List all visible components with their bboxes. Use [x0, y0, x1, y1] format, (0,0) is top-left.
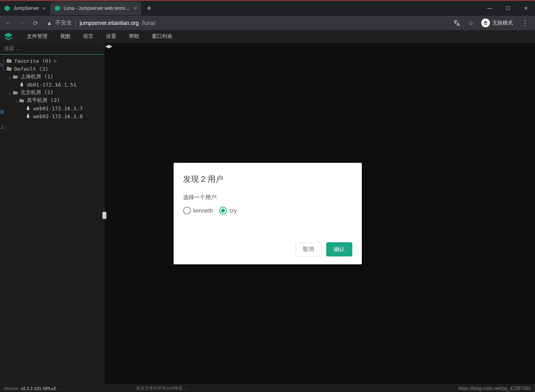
new-tab-button[interactable]: + — [142, 4, 156, 13]
tree-node[interactable]: ⌄上海机房 (1) — [0, 73, 104, 81]
tab-favicon-icon — [54, 5, 60, 11]
linux-icon — [25, 113, 32, 119]
version-prefix: Version — [4, 386, 19, 391]
url-path: /luna/ — [142, 20, 155, 26]
window-minimize-button[interactable]: — — [480, 2, 499, 15]
drag-handle-icon[interactable] — [102, 212, 106, 219]
close-icon[interactable]: × — [42, 5, 45, 11]
confirm-button[interactable]: 确认 — [326, 242, 352, 256]
tab-favicon-icon — [4, 5, 10, 11]
nav-forward-button[interactable]: → — [16, 17, 28, 29]
tree-node[interactable]: ⌄Default (3) — [0, 65, 104, 73]
tree-node[interactable]: web02-172.16.1.8 — [0, 112, 104, 120]
chevron-icon[interactable]: ⌄ — [8, 75, 13, 79]
status-bar: Version v2.2.2-101 GPLv2. 发送文本到所有ssh终端 .… — [0, 384, 535, 392]
insecure-warning-icon: ▲ — [47, 20, 52, 26]
search-input[interactable] — [4, 45, 100, 51]
menu-item-1[interactable]: 视图 — [54, 30, 77, 42]
security-label: 不安全 — [55, 19, 72, 26]
radio-label: cry — [229, 207, 237, 214]
linux-icon — [19, 82, 25, 87]
tab-title: Luna - Jumpserver web termin… — [64, 6, 131, 11]
radio-option-cry[interactable]: cry — [219, 207, 237, 215]
dialog-prompt: 选择一个用户: — [183, 194, 352, 201]
tree-node-label: Default (3) — [14, 66, 48, 72]
linux-icon — [25, 106, 32, 111]
chevron-icon[interactable]: ⌄ — [2, 67, 6, 71]
chevron-icon[interactable]: › — [2, 59, 6, 63]
tree-node-label: 上海机房 (1) — [21, 73, 53, 80]
folder-open-icon — [13, 74, 19, 79]
tree-node-label: 北京机房 (2) — [21, 89, 53, 96]
menu-item-2[interactable]: 语言 — [77, 30, 100, 42]
folder-open-icon — [13, 90, 19, 95]
radio-icon — [183, 207, 191, 215]
nav-reload-button[interactable]: ⟳ — [29, 17, 41, 29]
tree-node-label: favorite (0) — [14, 58, 51, 64]
browser-menu-button[interactable]: ⋮ — [518, 19, 533, 27]
url-host: jumpserver.etiantian.org — [80, 20, 139, 26]
tree-node[interactable]: db01-172.16.1.51 — [0, 81, 104, 89]
watermark-text: https://blog.csdn.net/qq_42267081 — [458, 386, 531, 391]
tree-node-label: web01-172.16.1.7 — [33, 106, 83, 111]
app-menubar: 文件管理视图语言设置帮助窗口列表 — [0, 30, 535, 43]
incognito-icon — [481, 19, 490, 27]
radio-icon — [219, 207, 227, 215]
radio-option-kenneth[interactable]: kenneth — [183, 207, 213, 215]
menu-item-5[interactable]: 窗口列表 — [146, 30, 179, 42]
asset-tree: ›favorite (0)↻⌄Default (3)⌄上海机房 (1)db01-… — [0, 55, 104, 122]
folder-icon — [6, 58, 13, 64]
nav-back-button[interactable]: ← — [2, 17, 14, 29]
tree-node[interactable]: web01-172.16.1.7 — [0, 104, 104, 112]
user-select-dialog: 发现 2 用户 选择一个用户: kennethcry 取消 确认 — [174, 163, 362, 264]
browser-address-bar: ← → ⟳ ▲ 不安全 | jumpserver.etiantian.org/l… — [0, 16, 535, 30]
broadcast-input-hint[interactable]: 发送文本到所有ssh终端 ... — [136, 385, 187, 391]
menu-item-3[interactable]: 设置 — [100, 30, 123, 42]
bookmark-icon[interactable]: ☆ — [465, 17, 476, 28]
search-box — [0, 43, 104, 55]
window-close-button[interactable]: ✕ — [517, 2, 535, 15]
browser-tab-luna[interactable]: Luna - Jumpserver web termin… × — [50, 2, 141, 15]
sidebar: ›favorite (0)↻⌄Default (3)⌄上海机房 (1)db01-… — [0, 43, 104, 384]
translate-icon[interactable] — [451, 17, 462, 28]
tree-node-label: web02-172.16.1.8 — [33, 113, 83, 119]
folder-open-icon — [19, 98, 25, 103]
chevron-icon[interactable]: ⌄ — [14, 98, 19, 103]
incognito-chip[interactable]: 无痕模式 — [480, 19, 514, 27]
panel-collapse-handles[interactable]: ◀▶ — [105, 43, 112, 49]
refresh-icon[interactable]: ↻ — [54, 58, 57, 64]
radio-label: kenneth — [193, 207, 213, 214]
close-icon[interactable]: × — [134, 5, 137, 11]
browser-tab-jumpserver[interactable]: JumpServer × — [0, 2, 49, 15]
tree-node-label: 昌平机房 (2) — [27, 97, 60, 104]
user-radio-group: kennethcry — [183, 207, 352, 215]
chevron-icon[interactable]: ⌄ — [8, 90, 13, 95]
menu-item-0[interactable]: 文件管理 — [21, 30, 54, 42]
url-field[interactable]: ▲ 不安全 | jumpserver.etiantian.org/luna/ — [43, 19, 450, 26]
app-logo-icon[interactable] — [2, 30, 14, 42]
tree-node-label: db01-172.16.1.51 — [27, 82, 76, 88]
menu-item-4[interactable]: 帮助 — [123, 30, 146, 42]
browser-tabs-bar: JumpServer × Luna - Jumpserver web termi… — [0, 0, 535, 16]
tree-node[interactable]: ›favorite (0)↻ — [0, 57, 104, 65]
folder-icon — [6, 66, 13, 72]
tree-node[interactable]: ⌄北京机房 (2) — [0, 89, 104, 96]
window-maximize-button[interactable]: ☐ — [499, 2, 517, 15]
tree-node[interactable]: ⌄昌平机房 (2) — [0, 96, 104, 104]
cancel-button[interactable]: 取消 — [295, 242, 321, 256]
dialog-title: 发现 2 用户 — [183, 174, 352, 185]
version-text: v2.2.2-101 GPLv2. — [21, 386, 57, 391]
incognito-label: 无痕模式 — [492, 19, 513, 26]
tab-title: JumpServer — [13, 6, 39, 11]
